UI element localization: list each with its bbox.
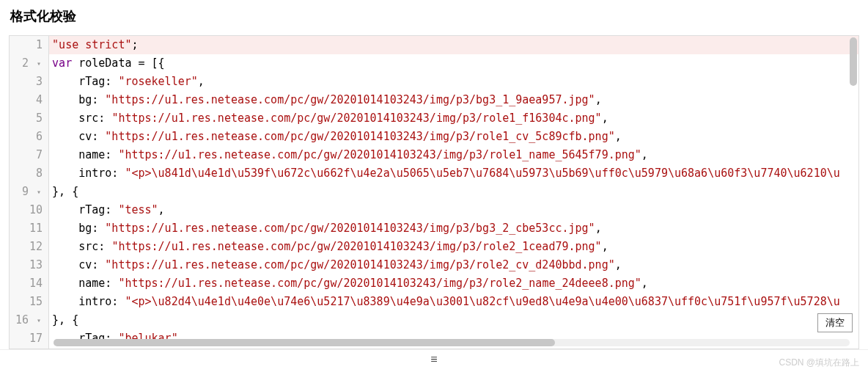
code-line[interactable]: rTag: "rosekeller", (49, 73, 858, 91)
line-number: 9 ▾ (15, 183, 43, 201)
fold-icon[interactable]: ▾ (35, 183, 43, 201)
line-gutter: 12 ▾3456789 ▾10111213141516 ▾17 (10, 36, 49, 349)
line-number: 6 (15, 128, 43, 146)
code-line[interactable]: bg: "https://u1.res.netease.com/pc/gw/20… (49, 219, 858, 238)
code-line[interactable]: src: "https://u1.res.netease.com/pc/gw/2… (49, 238, 858, 256)
line-number: 7 (15, 146, 43, 164)
line-number: 10 (15, 201, 43, 219)
code-line[interactable]: name: "https://u1.res.netease.com/pc/gw/… (49, 274, 858, 293)
code-line[interactable]: "use strict"; (49, 36, 858, 54)
code-line[interactable]: intro: "<p>\u82d4\u4e1d\u4e0e\u74e6\u521… (49, 293, 858, 311)
code-line[interactable]: bg: "https://u1.res.netease.com/pc/gw/20… (49, 91, 858, 109)
code-line[interactable]: cv: "https://u1.res.netease.com/pc/gw/20… (49, 128, 858, 146)
code-line[interactable]: name: "https://u1.res.netease.com/pc/gw/… (49, 146, 858, 164)
code-line[interactable]: intro: "<p>\u841d\u4e1d\u539f\u672c\u662… (49, 164, 858, 183)
code-line[interactable]: }, { (49, 183, 858, 201)
line-number: 12 (15, 238, 43, 256)
line-number: 13 (15, 256, 43, 274)
code-line[interactable]: cv: "https://u1.res.netease.com/pc/gw/20… (49, 256, 858, 274)
line-number: 14 (15, 274, 43, 293)
line-number: 16 ▾ (15, 311, 43, 329)
code-line[interactable]: src: "https://u1.res.netease.com/pc/gw/2… (49, 109, 858, 128)
code-line[interactable]: }, { (49, 311, 858, 329)
panel-title: 格式化校验 (0, 0, 868, 35)
line-number: 5 (15, 109, 43, 128)
line-number: 11 (15, 219, 43, 238)
vertical-scrollbar[interactable] (850, 37, 857, 86)
line-number: 3 (15, 73, 43, 91)
line-number: 2 ▾ (15, 54, 43, 73)
watermark: CSDN @填坑在路上 (779, 357, 859, 369)
code-editor[interactable]: 12 ▾3456789 ▾10111213141516 ▾17 "use str… (9, 35, 859, 349)
code-line[interactable]: rTag: "tess", (49, 201, 858, 219)
horizontal-scrollbar[interactable] (54, 339, 850, 346)
line-number: 1 (15, 36, 43, 54)
fold-icon[interactable]: ▾ (35, 311, 43, 329)
resize-handle[interactable]: ≡ (0, 349, 868, 369)
horizontal-scrollbar-thumb[interactable] (54, 339, 555, 346)
code-area[interactable]: "use strict";var roleData = [{ rTag: "ro… (49, 36, 858, 349)
code-line[interactable]: var roleData = [{ (49, 54, 858, 73)
fold-icon[interactable]: ▾ (35, 54, 43, 73)
clear-button[interactable]: 清空 (817, 313, 853, 332)
line-number: 15 (15, 293, 43, 311)
line-number: 4 (15, 91, 43, 109)
line-number: 17 (15, 329, 43, 348)
line-number: 8 (15, 164, 43, 183)
